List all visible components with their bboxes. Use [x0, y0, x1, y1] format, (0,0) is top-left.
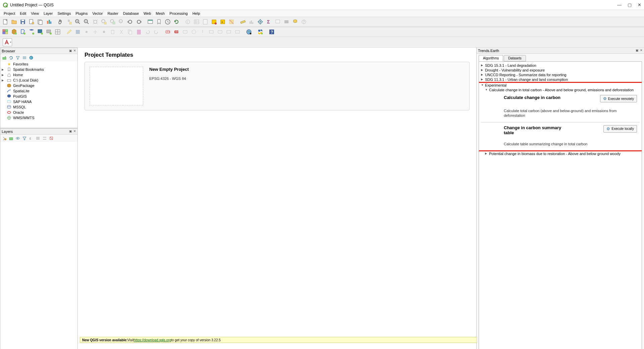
- layers-tree[interactable]: [0, 142, 77, 349]
- edit-toggle-button[interactable]: [65, 28, 73, 36]
- save-edits-button[interactable]: [74, 28, 82, 36]
- move-label-button[interactable]: [216, 28, 224, 36]
- menu-layer[interactable]: Layer: [41, 11, 55, 16]
- refresh-button[interactable]: [172, 18, 180, 26]
- attr-table-button[interactable]: [193, 18, 201, 26]
- menu-database[interactable]: Database: [121, 11, 141, 16]
- layers-visibility-button[interactable]: [15, 136, 20, 141]
- browser-item-saphana[interactable]: SAP HANA: [0, 99, 77, 104]
- data-source-button[interactable]: [1, 28, 9, 36]
- layers-add-group-button[interactable]: [8, 136, 14, 141]
- menu-help[interactable]: Help: [190, 11, 203, 16]
- pan-button[interactable]: [56, 18, 64, 26]
- select-features-button[interactable]: [210, 18, 218, 26]
- layout-manager-button[interactable]: [36, 18, 44, 26]
- plugin-help-button[interactable]: ?: [268, 28, 276, 36]
- new-bookmark-button[interactable]: [155, 18, 163, 26]
- algo-sdg1131[interactable]: ▶SDG 11.3.1 - Urban change and land cons…: [479, 77, 642, 82]
- browser-collapse-button[interactable]: [22, 55, 27, 60]
- annotation-text-button[interactable]: [291, 18, 299, 26]
- node-tool-button[interactable]: [100, 28, 108, 36]
- new-shapefile-button[interactable]: [19, 28, 27, 36]
- browser-item-favorites[interactable]: ★Favorites: [0, 61, 77, 67]
- algo-sdg1531[interactable]: ▶SDG 15.3.1 - Land degradation: [479, 63, 642, 68]
- menu-raster[interactable]: Raster: [105, 11, 120, 16]
- zoom-last-button[interactable]: [126, 18, 134, 26]
- algo-biomass-restoration[interactable]: ▶Potential change in biomass due to rest…: [479, 151, 642, 156]
- processing-button[interactable]: [256, 18, 264, 26]
- browser-refresh-button[interactable]: [8, 55, 14, 60]
- browser-filter-button[interactable]: [15, 55, 20, 60]
- redo-button[interactable]: [152, 28, 160, 36]
- browser-item-cdisk[interactable]: ▶C:\ (Local Disk): [0, 78, 77, 83]
- map-tips-button[interactable]: [274, 18, 282, 26]
- layers-style-button[interactable]: [2, 136, 7, 141]
- new-geopackage-button[interactable]: [10, 28, 18, 36]
- template-card[interactable]: New Empty Project EPSG:4326 - WGS 84: [85, 62, 470, 110]
- help-button[interactable]: ?: [300, 18, 308, 26]
- menu-settings[interactable]: Settings: [55, 11, 73, 16]
- tab-datasets[interactable]: Datasets: [504, 55, 526, 61]
- browser-item-wms[interactable]: WMS/WMTS: [0, 115, 77, 120]
- sigma-button[interactable]: Σ: [265, 18, 273, 26]
- browser-item-bookmarks[interactable]: ▶Spatial Bookmarks: [0, 67, 77, 72]
- layers-collapse-button[interactable]: [42, 136, 47, 141]
- layers-remove-button[interactable]: [49, 136, 54, 141]
- new-spatialite-button[interactable]: [28, 28, 36, 36]
- browser-item-mssql[interactable]: MSSQL: [0, 104, 77, 110]
- rotate-label-button[interactable]: [225, 28, 233, 36]
- layers-undock-button[interactable]: ▣: [68, 130, 72, 134]
- new-mesh-button[interactable]: [54, 28, 62, 36]
- close-button[interactable]: ✕: [638, 2, 641, 7]
- zoom-selection-button[interactable]: [100, 18, 108, 26]
- label-tool-button[interactable]: [181, 28, 189, 36]
- new-virtual-button[interactable]: [36, 28, 44, 36]
- browser-tree[interactable]: ★Favorites ▶Spatial Bookmarks ▶Home ▶C:\…: [0, 61, 77, 128]
- statistics-button[interactable]: [248, 18, 256, 26]
- menu-vector[interactable]: Vector: [90, 11, 105, 16]
- field-calc-button[interactable]: [201, 18, 209, 26]
- python-console-button[interactable]: [256, 28, 264, 36]
- delete-button[interactable]: [109, 28, 117, 36]
- trends-earth-close-button[interactable]: ✕: [639, 49, 643, 53]
- trends-earth-undock-button[interactable]: ▣: [635, 49, 639, 53]
- add-feature-button[interactable]: [83, 28, 91, 36]
- menu-web[interactable]: Web: [141, 11, 153, 16]
- tab-algorithms[interactable]: Algorithms: [479, 55, 503, 61]
- layers-expand-button[interactable]: [35, 136, 41, 141]
- show-label-button[interactable]: [207, 28, 215, 36]
- maximize-button[interactable]: ▢: [628, 2, 632, 7]
- decoration-button[interactable]: [282, 18, 290, 26]
- trends-earth-button[interactable]: [245, 28, 253, 36]
- menu-edit[interactable]: Edit: [17, 11, 29, 16]
- pin-label-button[interactable]: [199, 28, 207, 36]
- zoom-out-button[interactable]: [83, 18, 91, 26]
- zoom-in-button[interactable]: [74, 18, 82, 26]
- menu-project[interactable]: Project: [1, 11, 17, 16]
- browser-properties-button[interactable]: i: [29, 55, 34, 60]
- menu-view[interactable]: View: [29, 11, 41, 16]
- deselect-button[interactable]: [227, 18, 235, 26]
- measure-button[interactable]: [239, 18, 247, 26]
- zoom-next-button[interactable]: [135, 18, 143, 26]
- algo-carbon-change[interactable]: ▼Calculate change in total carbon - Abov…: [479, 88, 642, 92]
- minimize-button[interactable]: —: [617, 2, 622, 7]
- new-print-layout-button[interactable]: [28, 18, 36, 26]
- execute-locally-button[interactable]: ⚙ Execute locally: [603, 125, 637, 133]
- layers-close-button[interactable]: ✕: [73, 130, 77, 134]
- browser-close-button[interactable]: ✕: [73, 49, 77, 53]
- annotation-a-button[interactable]: ▾: [3, 38, 12, 46]
- new-project-button[interactable]: [1, 18, 9, 26]
- new-map-view-button[interactable]: [146, 18, 154, 26]
- menu-processing[interactable]: Processing: [167, 11, 190, 16]
- change-label-button[interactable]: [233, 28, 241, 36]
- algo-drought[interactable]: ▶Drought - Vulnerability and exposure: [479, 68, 642, 72]
- layers-filter-button[interactable]: [22, 136, 27, 141]
- browser-item-home[interactable]: ▶Home: [0, 72, 77, 78]
- identify-button[interactable]: i: [184, 18, 192, 26]
- select-value-button[interactable]: ε: [219, 18, 227, 26]
- browser-item-geopackage[interactable]: GeoPackage: [0, 83, 77, 88]
- algo-experimental[interactable]: ▼Experimental: [479, 83, 642, 88]
- zoom-native-button[interactable]: 1:1: [117, 18, 125, 26]
- copy-button[interactable]: [126, 28, 134, 36]
